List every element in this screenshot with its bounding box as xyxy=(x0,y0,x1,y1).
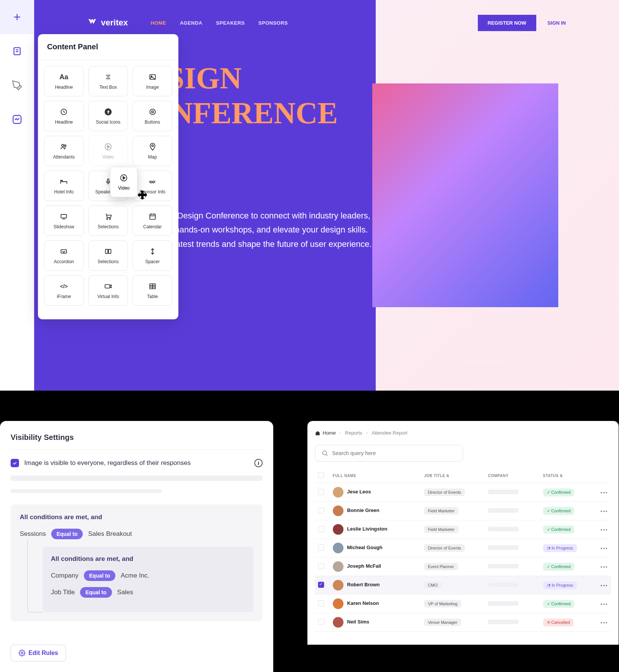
table-icon xyxy=(148,282,157,291)
register-button[interactable]: REGISTER NOW xyxy=(478,15,536,31)
job-title-pill: Venue Manager xyxy=(424,619,461,626)
panel-item-label: Calendar xyxy=(143,224,162,229)
col-full-name[interactable]: FULL NAME xyxy=(330,468,421,483)
chevron-right-icon: › xyxy=(366,430,368,436)
row-checkbox[interactable] xyxy=(318,545,324,551)
panel-item-buttons[interactable]: Buttons xyxy=(132,101,172,131)
nested-heading: All conditions are met, and xyxy=(51,555,245,563)
col-status[interactable]: STATUS⇅ xyxy=(540,468,595,483)
sponsor-icon xyxy=(148,177,157,186)
breadcrumb: Home › Reports › Attendee Report xyxy=(315,430,611,436)
more-actions-icon[interactable]: ••• xyxy=(600,508,608,514)
more-actions-icon[interactable]: ••• xyxy=(600,583,608,588)
info-icon[interactable]: i xyxy=(254,459,263,467)
row-checkbox[interactable] xyxy=(318,507,324,513)
rule-operator[interactable]: Equal to xyxy=(51,529,83,539)
panel-item-calendar[interactable]: Calendar xyxy=(132,206,172,236)
nav-sponsors[interactable]: SPONSORS xyxy=(258,20,288,26)
more-actions-icon[interactable]: ••• xyxy=(600,620,608,625)
tool-analytics[interactable] xyxy=(0,102,34,137)
job-title-pill: Field Marketer xyxy=(424,526,458,533)
row-checkbox[interactable] xyxy=(318,489,324,495)
status-badge: ✕ Cancelled xyxy=(543,619,574,626)
panel-item-headline[interactable]: AaHeadline xyxy=(44,66,84,96)
more-actions-icon[interactable]: ••• xyxy=(600,564,608,570)
company-placeholder xyxy=(488,564,518,568)
rule-operator[interactable]: Equal to xyxy=(84,570,115,581)
crumb-attendee-report[interactable]: Attendee Report xyxy=(372,430,408,436)
table-row[interactable]: Jese LeosDirector of Events✓ Confirmed••… xyxy=(315,483,611,502)
search-input[interactable] xyxy=(332,450,457,456)
row-checkbox[interactable] xyxy=(318,619,324,625)
attendee-report-panel: Home › Reports › Attendee Report FULL NA… xyxy=(307,421,619,645)
rule-value: Sales Breakout xyxy=(88,530,132,538)
more-actions-icon[interactable]: ••• xyxy=(600,545,608,551)
table-row[interactable]: Micheal GoughDirector of Events◔ In Prog… xyxy=(315,539,611,557)
panel-item-text-box[interactable]: Text Box xyxy=(88,66,128,96)
tool-pages[interactable] xyxy=(0,34,34,68)
status-badge: ◔ In Progress xyxy=(543,581,577,589)
panel-item-image[interactable]: Image xyxy=(132,66,172,96)
row-checkbox[interactable] xyxy=(318,526,324,532)
company-placeholder xyxy=(488,527,518,531)
panel-item-slideshow[interactable]: Slideshow xyxy=(44,206,84,236)
brand-logo[interactable]: veritex xyxy=(87,18,128,28)
svg-point-44 xyxy=(323,451,327,455)
tool-design[interactable] xyxy=(0,68,34,102)
attendee-name: Robert Brown xyxy=(347,582,380,587)
col-job-title[interactable]: JOB TITLE⇅ xyxy=(421,468,485,483)
rule-operator[interactable]: Equal to xyxy=(80,587,112,598)
row-checkbox[interactable] xyxy=(318,600,324,606)
svg-point-16 xyxy=(65,145,66,147)
panel-item-accordion[interactable]: Accordion xyxy=(44,240,84,271)
search-bar[interactable] xyxy=(315,445,463,462)
dragging-video-item[interactable]: Video xyxy=(110,167,137,197)
placeholder-line xyxy=(11,489,162,493)
edit-rules-label: Edit Rules xyxy=(28,650,58,656)
panel-item-label: Image xyxy=(146,85,159,90)
svg-point-14 xyxy=(151,111,154,113)
panel-item-table[interactable]: Table xyxy=(132,275,172,306)
col-company[interactable]: COMPANY xyxy=(485,468,540,483)
table-row[interactable]: Joseph McFallEvent Planner✓ Confirmed••• xyxy=(315,557,611,576)
row-checkbox[interactable] xyxy=(318,582,324,588)
visible-to-everyone-checkbox[interactable] xyxy=(11,459,19,467)
panel-item-map[interactable]: Map xyxy=(132,136,172,166)
crumb-reports[interactable]: Reports xyxy=(345,430,362,436)
attendee-table: FULL NAME JOB TITLE⇅ COMPANY STATUS⇅ Jes… xyxy=(315,468,611,632)
nav-home[interactable]: HOME xyxy=(151,20,166,26)
table-row[interactable]: Leslie LivingstonField Marketer✓ Confirm… xyxy=(315,520,611,539)
table-row[interactable]: Neil SimsVenue Manager✕ Cancelled••• xyxy=(315,613,611,632)
preview-nav: veritex HOME AGENDA SPEAKERS SPONSORS RE… xyxy=(34,11,619,34)
table-row[interactable]: Karen NelsonVP of Marketing✓ Confirmed••… xyxy=(315,595,611,613)
signin-link[interactable]: SIGN IN xyxy=(548,20,566,26)
hero-image xyxy=(372,83,558,307)
panel-item-headline[interactable]: Headline xyxy=(44,101,84,131)
nav-speakers[interactable]: SPEAKERS xyxy=(216,20,245,26)
panel-item-video[interactable]: Video xyxy=(88,136,128,166)
panel-item-hotel-info[interactable]: Hotel Info xyxy=(44,171,84,201)
tool-add[interactable] xyxy=(0,0,34,34)
svg-point-25 xyxy=(107,218,108,220)
panel-item-label: iFrame xyxy=(57,294,71,299)
panel-item-selections[interactable]: Selections xyxy=(88,206,128,236)
more-actions-icon[interactable]: ••• xyxy=(600,527,608,532)
edit-rules-button[interactable]: Edit Rules xyxy=(11,645,66,661)
crumb-home[interactable]: Home xyxy=(315,430,336,436)
panel-item-iframe[interactable]: </>iFrame xyxy=(44,275,84,306)
table-row[interactable]: Robert BrownCMO◔ In Progress••• xyxy=(315,576,611,595)
panel-item-selections[interactable]: Selections xyxy=(88,240,128,271)
more-actions-icon[interactable]: ••• xyxy=(600,490,608,495)
row-checkbox[interactable] xyxy=(318,563,324,569)
panel-item-spacer[interactable]: Spacer xyxy=(132,240,172,271)
table-row[interactable]: Bonnie GreenField Marketer✓ Confirmed••• xyxy=(315,502,611,520)
company-placeholder xyxy=(488,508,518,513)
panel-item-social-icons[interactable]: Social Icons xyxy=(88,101,128,131)
brand-text: veritex xyxy=(101,18,128,28)
nav-agenda[interactable]: AGENDA xyxy=(180,20,202,26)
more-actions-icon[interactable]: ••• xyxy=(600,601,608,607)
panel-item-attendants[interactable]: Attendants xyxy=(44,136,84,166)
attendants-icon xyxy=(60,142,68,151)
select-all-checkbox[interactable] xyxy=(318,472,324,478)
panel-item-virtual-info[interactable]: Virtual Info xyxy=(88,275,128,306)
